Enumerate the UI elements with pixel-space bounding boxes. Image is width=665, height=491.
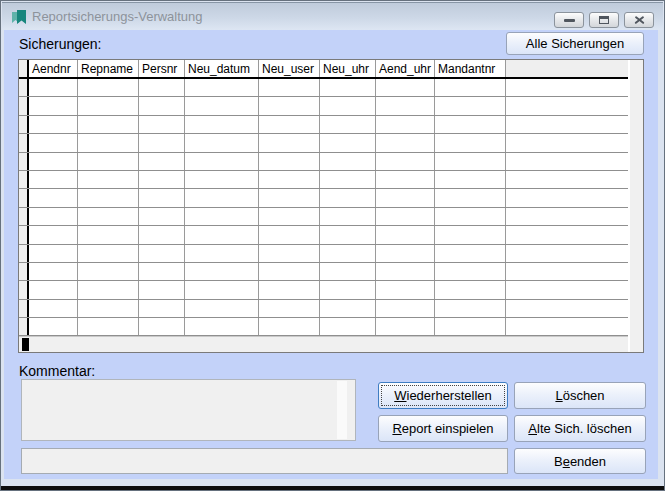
row-selector-cell [19, 79, 29, 96]
column-header-neu_datum[interactable]: Neu_datum [185, 60, 259, 77]
table-cell [320, 281, 376, 298]
table-cell [259, 79, 320, 96]
horizontal-scrollbar[interactable] [19, 336, 628, 352]
table-cell [435, 300, 506, 317]
kommentar-scrollbar[interactable] [337, 381, 347, 439]
table-cell [139, 245, 185, 262]
status-field[interactable] [21, 448, 508, 474]
table-row [19, 263, 628, 281]
table-cell [78, 189, 139, 206]
vertical-scrollbar[interactable] [628, 60, 643, 352]
table-row [19, 79, 628, 97]
table-cell [139, 281, 185, 298]
table-cell [376, 226, 435, 243]
table-cell [78, 208, 139, 225]
table-cell [139, 97, 185, 114]
column-header-neu_uhr[interactable]: Neu_uhr [320, 60, 376, 77]
table-cell [376, 263, 435, 280]
table-cell [435, 79, 506, 96]
column-header-persnr[interactable]: Persnr [139, 60, 185, 77]
alte-sich-loeschen-button[interactable]: Alte Sich. löschen [514, 415, 646, 442]
table-cell [29, 318, 78, 335]
table-cell [29, 171, 78, 188]
beenden-button[interactable]: Beenden [514, 448, 646, 474]
column-header-mandantnr[interactable]: Mandantnr [435, 60, 506, 77]
table-cell [259, 263, 320, 280]
table-cell [29, 281, 78, 298]
table-cell [376, 97, 435, 114]
table-cell [376, 300, 435, 317]
table-cell [29, 134, 78, 151]
restore-button[interactable] [589, 12, 619, 28]
row-selector-cell [19, 263, 29, 280]
row-selector-cell [19, 281, 29, 298]
table-cell [435, 318, 506, 335]
column-header-aendnr[interactable]: Aendnr [29, 60, 78, 77]
column-header-aend_uhr[interactable]: Aend_uhr [376, 60, 435, 77]
horizontal-scrollbar-thumb[interactable] [22, 338, 29, 351]
row-filler [506, 281, 628, 298]
table-cell [320, 97, 376, 114]
table-cell [435, 281, 506, 298]
report-einspielen-button[interactable]: Report einspielen [378, 415, 508, 442]
table-body[interactable] [19, 79, 628, 336]
table-cell [185, 300, 259, 317]
header-filler [506, 60, 628, 77]
column-header-repname[interactable]: Repname [78, 60, 139, 77]
table-cell [259, 300, 320, 317]
row-filler [506, 116, 628, 133]
table-cell [29, 245, 78, 262]
loeschen-button[interactable]: Löschen [514, 382, 646, 409]
table-cell [435, 208, 506, 225]
close-button[interactable] [624, 12, 654, 28]
row-selector-cell [19, 318, 29, 335]
table-cell [320, 245, 376, 262]
row-selector-cell [19, 226, 29, 243]
row-filler [506, 208, 628, 225]
table-cell [139, 189, 185, 206]
table-cell [139, 300, 185, 317]
alle-sicherungen-button[interactable]: Alle Sicherungen [506, 32, 644, 55]
kommentar-textarea[interactable] [21, 379, 356, 441]
table-cell [185, 153, 259, 170]
row-filler [506, 153, 628, 170]
table-cell [259, 189, 320, 206]
row-selector-cell [19, 134, 29, 151]
table-cell [29, 189, 78, 206]
window-title: Reportsicherungs-Verwaltung [32, 9, 203, 24]
table-cell [259, 97, 320, 114]
table-cell [185, 318, 259, 335]
row-selector-cell [19, 116, 29, 133]
table-cell [320, 208, 376, 225]
app-icon [11, 9, 27, 25]
table-cell [78, 116, 139, 133]
backups-table: AendnrRepnamePersnrNeu_datumNeu_userNeu_… [18, 59, 644, 353]
table-cell [78, 134, 139, 151]
wiederherstellen-button[interactable]: Wiederherstellen [378, 382, 508, 409]
table-cell [29, 116, 78, 133]
minimize-button[interactable] [554, 12, 584, 28]
table-row [19, 245, 628, 263]
table-cell [320, 153, 376, 170]
table-row [19, 189, 628, 207]
table-row [19, 171, 628, 189]
column-header-neu_user[interactable]: Neu_user [259, 60, 320, 77]
table-cell [435, 245, 506, 262]
row-filler [506, 226, 628, 243]
table-cell [259, 116, 320, 133]
table-cell [320, 189, 376, 206]
table-cell [435, 226, 506, 243]
table-row [19, 300, 628, 318]
row-selector-cell [19, 171, 29, 188]
table-cell [376, 79, 435, 96]
table-cell [185, 79, 259, 96]
table-cell [185, 171, 259, 188]
table-cell [185, 226, 259, 243]
table-cell [320, 263, 376, 280]
table-cell [139, 116, 185, 133]
row-filler [506, 171, 628, 188]
table-cell [259, 245, 320, 262]
table-cell [376, 245, 435, 262]
table-cell [185, 189, 259, 206]
table-cell [29, 79, 78, 96]
